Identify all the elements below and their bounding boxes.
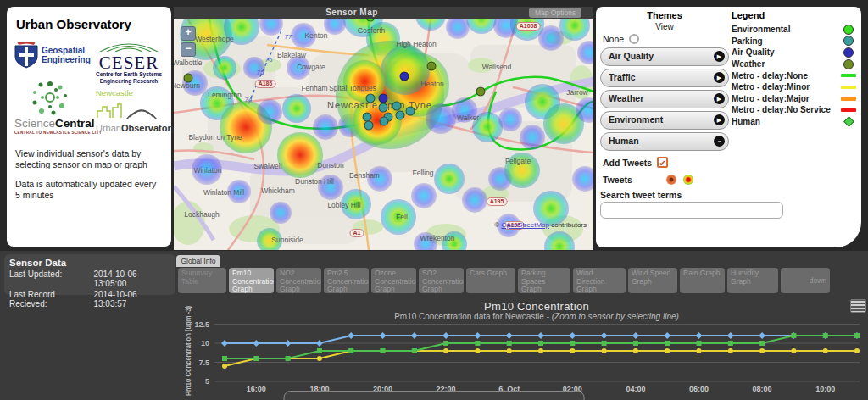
metro-delay-no-service-marker-icon <box>841 108 856 113</box>
sensor-marker-parking[interactable] <box>380 117 389 126</box>
add-tweets-option: Add Tweets ✔ <box>603 157 729 168</box>
sensor-marker-weather[interactable] <box>476 87 486 97</box>
panel-description-2: Data is automatically updated every 5 mi… <box>15 179 164 201</box>
sensor-marker-air-quality[interactable] <box>379 94 388 103</box>
legend-item-parking: Parking <box>732 36 857 47</box>
tab-ozone-concentration-graph[interactable]: Ozone Concentration Graph <box>371 268 416 293</box>
svg-text:10: 10 <box>201 339 209 347</box>
accordion-label: Traffic <box>609 72 636 82</box>
sensor-marker-weather[interactable] <box>184 74 193 83</box>
sensor-data-info: Sensor Data Last Updated:2014-10-06 13:0… <box>4 254 175 295</box>
chart-legend: ●Newcastle Centre◆Middlesbrough■Stockton… <box>284 391 585 400</box>
add-tweets-label: Add Tweets <box>603 158 652 168</box>
legend-column: Legend EnvironmentalParkingAir QualityWe… <box>732 10 857 127</box>
legend-label: Metro - delay:Minor <box>732 82 840 92</box>
accordion-traffic[interactable]: Traffic▶ <box>600 69 729 87</box>
legend-label: Environmental <box>732 25 840 34</box>
legend-item-metro-delay-no-service: Metro - delay:No Service <box>732 104 857 116</box>
sensor-marker-parking[interactable] <box>396 111 405 120</box>
metro-delay-none-marker-icon <box>841 74 856 78</box>
map-canvas[interactable]: WalbottleWesterhopeKentonGosforthHigh He… <box>174 19 593 250</box>
svg-text:16:00: 16:00 <box>247 385 266 393</box>
legend-title: Legend <box>732 10 857 20</box>
themes-legend-panel: Themes View None Air Quality▶Traffic▶Wea… <box>596 7 861 247</box>
legend-label: Parking <box>732 36 840 46</box>
view-none-option: None <box>603 34 729 44</box>
tab-no2-concentration-graph[interactable]: NO2 Concentration Graph <box>276 268 321 293</box>
map-options-button[interactable]: Map Options <box>529 8 581 18</box>
expand-icon[interactable]: ▶ <box>714 114 725 125</box>
accordion-label: Weather <box>609 93 643 103</box>
tweet-heat-icon[interactable] <box>683 175 693 185</box>
sensor-marker-parking[interactable] <box>392 102 402 111</box>
tab-parking-spaces-graph[interactable]: Parking Spaces Graph <box>518 268 570 293</box>
legend-items: EnvironmentalParkingAir QualityWeatherMe… <box>732 24 857 127</box>
map-title: Sensor Map <box>174 8 530 17</box>
tweet-point-icon[interactable] <box>666 175 676 185</box>
expand-icon[interactable]: ▶ <box>714 93 725 104</box>
collapse-icon[interactable]: − <box>714 136 725 147</box>
themes-column: Themes View None Air Quality▶Traffic▶Wea… <box>600 10 729 219</box>
legend-item-human: Human <box>732 116 857 128</box>
tab-wind-speed-graph[interactable]: Wind Speed Graph <box>628 268 677 293</box>
legend-item-metro-delay-major: Metro - delay:Major <box>732 93 857 105</box>
search-tweet-input[interactable] <box>600 202 783 219</box>
accordion-label: Human <box>609 136 639 146</box>
tab-pm10-concentration-graph[interactable]: Pm10 Concentration Graph <box>229 268 274 293</box>
human-marker-icon <box>843 116 854 127</box>
science-central-starburst-icon <box>30 77 70 118</box>
sensor-marker-parking[interactable] <box>406 107 415 116</box>
tab-cars-graph[interactable]: Cars Graph <box>466 268 515 293</box>
tab-wind-direction-graph[interactable]: Wind Direction Graph <box>573 268 626 293</box>
sensor-data-section: Sensor Data Last Updated:2014-10-06 13:0… <box>0 251 868 400</box>
view-label: View <box>600 22 729 31</box>
tab-summary-table[interactable]: Summary Table <box>178 268 226 293</box>
environmental-marker-icon <box>843 25 854 35</box>
tab-global-info[interactable]: Global Info <box>176 255 220 267</box>
sensor-map-panel: Sensor Map Map Options <box>174 7 593 250</box>
accordion-environment[interactable]: Environment▶ <box>600 111 729 130</box>
sensor-marker-environmental[interactable] <box>366 19 376 22</box>
expand-icon[interactable]: ▶ <box>714 72 725 83</box>
urban-observatory-logo: Newcastle UrbanObservatory <box>96 89 167 133</box>
none-label: None <box>603 34 624 44</box>
ceser-logo: CESER Centre for Earth Systems Engineeri… <box>92 40 165 84</box>
add-tweets-checkbox[interactable]: ✔ <box>657 157 668 168</box>
logo-area: Geospatial Engineering CESER Centre for … <box>14 40 164 148</box>
legend-item-metro-delay-minor: Metro - delay:Minor <box>732 81 857 93</box>
svg-text:7.5: 7.5 <box>198 358 209 367</box>
geospatial-logo-text: Geospatial Engineering <box>42 46 91 64</box>
zoom-out-button[interactable]: − <box>181 42 196 57</box>
last-updated-label: Last Updated: <box>9 269 93 288</box>
tab-humidity-graph[interactable]: Humidity Graph <box>727 268 778 293</box>
zoom-in-button[interactable]: + <box>181 26 196 41</box>
skyline-arcs-icon <box>96 97 164 119</box>
sensor-marker-weather[interactable] <box>427 62 437 71</box>
tab-so2-concentration-graph[interactable]: SO2 Concentration Graph <box>419 268 464 293</box>
openstreetmap-link[interactable]: OpenStreetMap <box>501 221 548 229</box>
tab-scroll-down[interactable]: down <box>781 268 830 293</box>
svg-text:12.5: 12.5 <box>194 320 209 329</box>
weather-marker-icon <box>843 59 854 69</box>
legend-label: Weather <box>732 59 840 69</box>
tab-pm2-5-concentration-graph[interactable]: Pm2.5 Concentration Graph <box>324 268 369 293</box>
last-updated-value: 2014-10-06 13:05:00 <box>93 269 170 288</box>
legend-label: Metro - delay:No Service <box>732 105 840 114</box>
legend-label: Human <box>732 117 840 126</box>
sensor-marker-parking[interactable] <box>364 121 374 131</box>
sensor-markers <box>174 19 593 250</box>
themes-title: Themes <box>600 10 729 20</box>
urban-observatory-app: Urban Observatory Geospatial Engineering <box>0 0 868 400</box>
pm10-chart: 57.51012.516:0018:0020:0022:006. Oct02:0… <box>0 298 868 400</box>
legend-label: Air Quality <box>732 47 840 57</box>
sensor-marker-air-quality[interactable] <box>400 72 409 81</box>
sensor-marker-parking[interactable] <box>379 103 388 113</box>
accordion-human[interactable]: Human− <box>600 132 729 151</box>
expand-icon[interactable]: ▶ <box>714 51 725 62</box>
accordion-weather[interactable]: Weather▶ <box>600 90 729 108</box>
tab-rain-graph[interactable]: Rain Graph <box>680 268 725 293</box>
sensor-marker-parking[interactable] <box>366 94 376 103</box>
none-radio[interactable] <box>629 34 639 44</box>
page-title: Urban Observatory <box>16 17 164 31</box>
accordion-air-quality[interactable]: Air Quality▶ <box>600 47 729 66</box>
